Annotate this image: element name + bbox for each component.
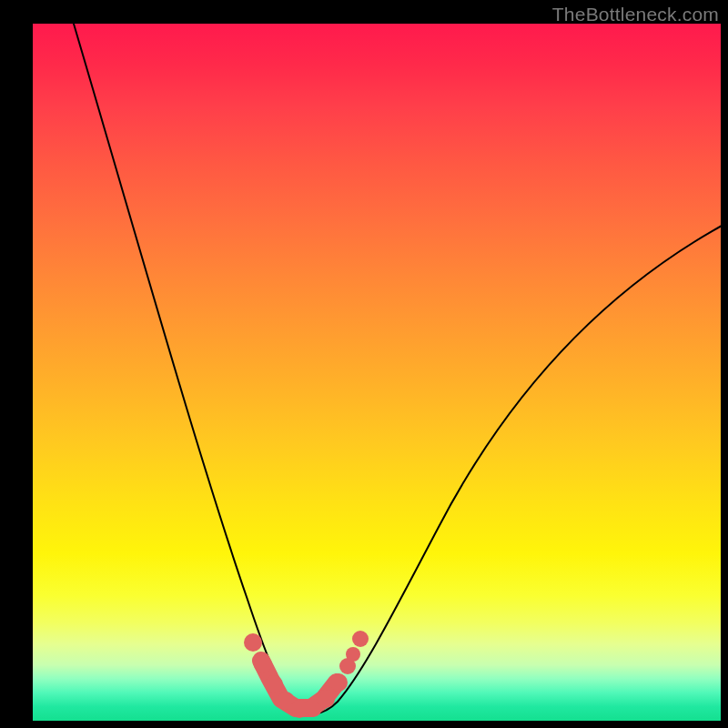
marker-dot (317, 690, 335, 708)
marker-dot (244, 633, 262, 652)
marker-dot (346, 647, 360, 662)
marker-dot (352, 631, 369, 647)
marker-dot (254, 655, 272, 673)
watermark-text: TheBottleneck.com (552, 4, 719, 25)
marker-dot (329, 673, 348, 692)
bottleneck-curve (71, 15, 728, 713)
chart-overlay (33, 24, 721, 721)
marker-dot (265, 675, 283, 693)
chart-frame: TheBottleneck.com (0, 0, 728, 728)
